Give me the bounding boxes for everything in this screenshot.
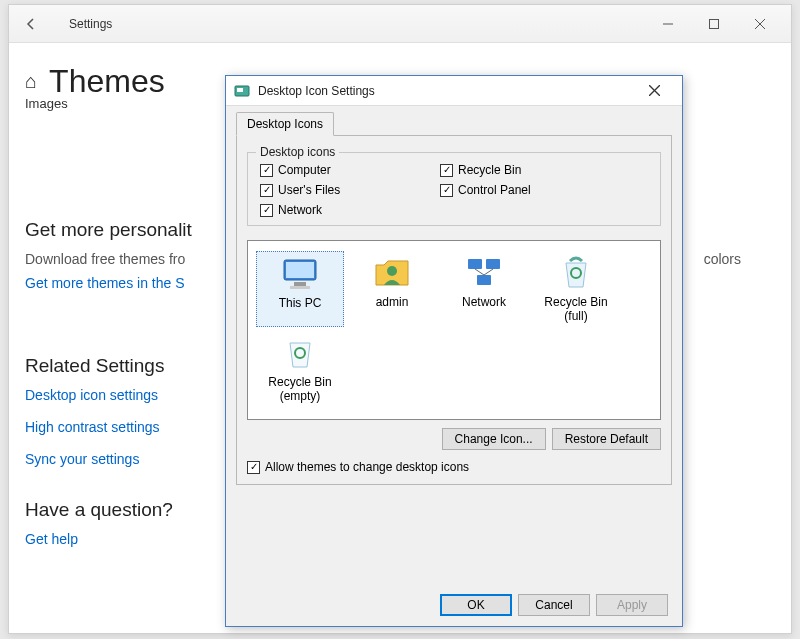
check-icon: ✓ <box>440 164 453 177</box>
dialog-close-button[interactable] <box>634 79 674 103</box>
icon-recycle-bin-full[interactable]: Recycle Bin (full) <box>532 251 620 327</box>
svg-point-12 <box>387 266 397 276</box>
icon-label: Network <box>442 295 526 309</box>
checkbox-users-files[interactable]: ✓ User's Files <box>260 183 440 197</box>
home-icon[interactable]: ⌂ <box>25 70 37 93</box>
restore-default-button[interactable]: Restore Default <box>552 428 661 450</box>
icon-preview-list[interactable]: This PC admin Network <box>247 240 661 420</box>
icon-label: This PC <box>259 296 341 310</box>
maximize-button[interactable] <box>691 9 737 39</box>
minimize-button[interactable] <box>645 9 691 39</box>
apply-button[interactable]: Apply <box>596 594 668 616</box>
desktop-icon-settings-dialog: Desktop Icon Settings Desktop Icons Desk… <box>225 75 683 627</box>
checkbox-label: Computer <box>278 163 331 177</box>
checkbox-control-panel[interactable]: ✓ Control Panel <box>440 183 620 197</box>
icon-label: admin <box>350 295 434 309</box>
cancel-button[interactable]: Cancel <box>518 594 590 616</box>
recycle-bin-full-icon <box>556 255 596 291</box>
tab-row: Desktop Icons <box>236 112 672 136</box>
trailing-colors-text: colors <box>704 251 741 299</box>
icon-button-row: Change Icon... Restore Default <box>247 428 661 450</box>
checkbox-label: Control Panel <box>458 183 531 197</box>
svg-rect-9 <box>286 262 314 278</box>
groupbox-title: Desktop icons <box>256 145 339 159</box>
check-icon: ✓ <box>440 184 453 197</box>
network-icon <box>464 255 504 291</box>
svg-rect-13 <box>468 259 482 269</box>
check-icon: ✓ <box>247 461 260 474</box>
dialog-titlebar[interactable]: Desktop Icon Settings <box>226 76 682 106</box>
check-icon: ✓ <box>260 184 273 197</box>
checkbox-computer[interactable]: ✓ Computer <box>260 163 440 177</box>
close-button[interactable] <box>737 9 783 39</box>
allow-themes-checkbox[interactable]: ✓ Allow themes to change desktop icons <box>247 460 661 474</box>
checkbox-network[interactable]: ✓ Network <box>260 203 440 217</box>
checkbox-label: Recycle Bin <box>458 163 521 177</box>
svg-rect-11 <box>290 286 310 289</box>
icon-recycle-bin-empty[interactable]: Recycle Bin (empty) <box>256 331 344 407</box>
tab-desktop-icons[interactable]: Desktop Icons <box>236 112 334 136</box>
allow-themes-label: Allow themes to change desktop icons <box>265 460 469 474</box>
icon-label: Recycle Bin (empty) <box>258 375 342 403</box>
icon-admin[interactable]: admin <box>348 251 436 327</box>
svg-rect-5 <box>237 88 243 92</box>
back-button[interactable] <box>17 10 45 38</box>
svg-rect-10 <box>294 282 306 286</box>
icon-label: Recycle Bin (full) <box>534 295 618 323</box>
check-icon: ✓ <box>260 204 273 217</box>
tab-content: Desktop icons ✓ Computer ✓ Recycle Bin ✓… <box>236 136 672 485</box>
dialog-footer: OK Cancel Apply <box>440 594 668 616</box>
dialog-title-icon <box>234 83 250 99</box>
svg-line-16 <box>475 269 484 275</box>
svg-rect-15 <box>477 275 491 285</box>
checkbox-label: Network <box>278 203 322 217</box>
icon-this-pc[interactable]: This PC <box>256 251 344 327</box>
personality-body: Download free themes fro <box>25 251 185 267</box>
page-title: Themes <box>49 63 165 100</box>
checkbox-grid: ✓ Computer ✓ Recycle Bin ✓ User's Files … <box>260 163 648 217</box>
window-controls <box>645 9 783 39</box>
recycle-bin-empty-icon <box>280 335 320 371</box>
change-icon-button[interactable]: Change Icon... <box>442 428 546 450</box>
user-folder-icon <box>372 255 412 291</box>
monitor-icon <box>280 256 320 292</box>
icon-network[interactable]: Network <box>440 251 528 327</box>
checkbox-recycle-bin[interactable]: ✓ Recycle Bin <box>440 163 620 177</box>
check-icon: ✓ <box>260 164 273 177</box>
dialog-body: Desktop Icons Desktop icons ✓ Computer ✓… <box>226 106 682 495</box>
svg-rect-1 <box>710 19 719 28</box>
svg-line-17 <box>484 269 493 275</box>
dialog-title: Desktop Icon Settings <box>258 84 375 98</box>
window-title: Settings <box>69 17 112 31</box>
desktop-icons-groupbox: Desktop icons ✓ Computer ✓ Recycle Bin ✓… <box>247 152 661 226</box>
settings-titlebar: Settings <box>9 5 791 43</box>
checkbox-label: User's Files <box>278 183 340 197</box>
ok-button[interactable]: OK <box>440 594 512 616</box>
svg-rect-14 <box>486 259 500 269</box>
get-more-themes-link[interactable]: Get more themes in the S <box>25 275 185 291</box>
